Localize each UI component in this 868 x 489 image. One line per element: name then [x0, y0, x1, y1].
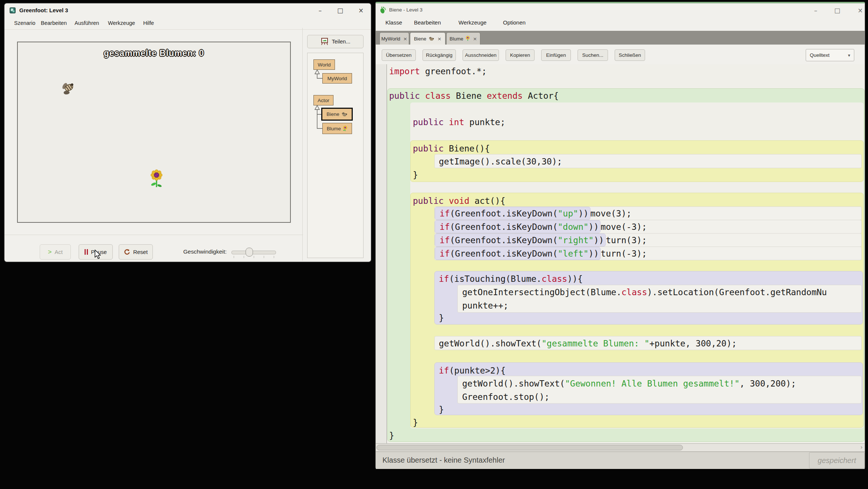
tab-close-icon[interactable]: × [472, 36, 477, 42]
menu-klasse[interactable]: Klasse [385, 19, 402, 26]
class-box-biene[interactable]: Biene [321, 108, 353, 121]
class-box-myworld[interactable]: MyWorld [322, 73, 352, 84]
class-label: World [318, 62, 331, 68]
tab-label: Biene [414, 36, 426, 42]
class-box-actor[interactable]: Actor [313, 95, 333, 105]
editor-statusbar: Klasse übersetzt - keine Syntaxfehler ge… [376, 451, 865, 469]
code-line[interactable]: } [413, 415, 418, 429]
code-line[interactable]: getImage().scale(30,30); [439, 154, 562, 168]
code-line[interactable]: if(Greenfoot.isKeyDown("left"))turn(-3); [434, 247, 862, 260]
window-title: Biene - Level 3 [389, 7, 423, 13]
tab-close-icon[interactable]: × [402, 36, 407, 42]
inheritance-arrows [308, 53, 364, 258]
act-chevron-icon: > [48, 248, 52, 256]
speed-slider-handle[interactable] [246, 248, 253, 257]
menu-ausfuehren[interactable]: Ausführen [75, 20, 99, 26]
code-line[interactable]: } [413, 168, 418, 182]
code-line[interactable]: } [389, 428, 394, 442]
reset-button[interactable]: Reset [119, 244, 153, 260]
menu-bearbeiten[interactable]: Bearbeiten [41, 20, 67, 26]
compile-button[interactable]: Übersetzen [382, 49, 416, 61]
editor-gutter [376, 64, 387, 443]
close-icon[interactable]: × [855, 6, 865, 15]
code-line[interactable]: if(isTouching(Blume.class)){ [439, 272, 583, 286]
share-button[interactable]: Teilen... [307, 35, 364, 48]
tab-biene[interactable]: Biene × [410, 32, 445, 45]
minimize-icon[interactable]: – [811, 6, 821, 15]
code-line[interactable]: public Biene(){ [413, 141, 490, 155]
slider-tick [244, 256, 244, 258]
greenfoot-logo-icon [379, 6, 386, 14]
code-line[interactable]: public int punkte; [413, 115, 505, 129]
menu-optionen[interactable]: Optionen [503, 19, 526, 26]
class-label: Blume [327, 126, 341, 131]
code-editor[interactable]: import greenfoot.*; public class Biene e… [376, 64, 865, 443]
minimize-icon[interactable]: – [315, 6, 325, 15]
menu-hilfe[interactable]: Hilfe [143, 20, 154, 26]
code-line[interactable]: getWorld().showText("Gewonnen! Alle Blum… [462, 376, 796, 390]
close-button[interactable]: Schließen [615, 49, 645, 61]
copy-button[interactable]: Kopieren [506, 49, 535, 61]
desktop: Greenfoot: Level 3 – □ × Szenario Bearbe… [0, 0, 868, 489]
world-canvas[interactable]: gesammelte Blumen: 0 [17, 42, 291, 223]
act-button[interactable]: > Act [40, 244, 71, 260]
class-label: MyWorld [327, 76, 347, 81]
speed-label: Geschwindigkeit: [183, 248, 227, 255]
code-line[interactable]: public class Biene extends Actor{ [389, 89, 559, 102]
code-line[interactable]: import greenfoot.*; [389, 64, 487, 78]
class-box-world[interactable]: World [313, 59, 335, 70]
share-label: Teilen... [332, 39, 351, 45]
slider-tick [274, 256, 274, 258]
compile-status-text: Klasse übersetzt - keine Syntaxfehler [382, 456, 505, 464]
flower-sprite[interactable] [150, 169, 163, 190]
mouse-cursor [94, 250, 102, 260]
code-line[interactable]: if(punkte>2){ [439, 364, 506, 377]
code-line[interactable]: getOneIntersectingObject(Blume.class).se… [462, 285, 827, 299]
menu-werkzeuge[interactable]: Werkzeuge [458, 19, 487, 26]
scroll-right-icon[interactable]: › [861, 444, 862, 450]
speed-slider-track[interactable] [231, 251, 276, 254]
code-line[interactable]: getWorld().showText("gesammelte Blumen: … [439, 336, 737, 350]
window-title: Greenfoot: Level 3 [19, 7, 68, 13]
scrollbar-thumb[interactable] [377, 445, 683, 450]
code-line[interactable]: public void act(){ [413, 194, 505, 208]
execution-controls: > Act Pause Reset Geschwindigkeit: [4, 235, 303, 264]
code-line[interactable]: if(Greenfoot.isKeyDown("right"))turn(3); [434, 233, 862, 247]
reset-label: Reset [133, 249, 148, 255]
tab-blume[interactable]: Blume × [446, 32, 480, 45]
left-menubar: Szenario Bearbeiten Ausführen Werkzeuge … [4, 17, 371, 30]
search-button[interactable]: Suchen... [578, 49, 608, 61]
view-selector-value: Quelltext [810, 52, 829, 58]
code-line[interactable]: if(Greenfoot.isKeyDown("down"))move(-3); [434, 220, 862, 234]
tab-myworld[interactable]: MyWorld × [379, 32, 409, 45]
code-line[interactable]: } [439, 311, 444, 325]
save-state-text: gespeichert [818, 456, 856, 465]
menu-szenario[interactable]: Szenario [14, 20, 35, 26]
class-label: Actor [318, 98, 329, 103]
editor-window: Biene - Level 3 – □ × Klasse Bearbeiten … [375, 2, 865, 468]
cut-button[interactable]: Ausschneiden [463, 49, 499, 61]
world-score-text: gesammelte Blumen: 0 [18, 48, 290, 58]
slider-tick [254, 256, 254, 258]
close-icon[interactable]: × [356, 6, 366, 15]
code-line[interactable]: if(Greenfoot.isKeyDown("up"))move(3); [434, 206, 862, 220]
bee-sprite[interactable] [60, 80, 78, 97]
menu-bearbeiten[interactable]: Bearbeiten [414, 19, 441, 26]
pause-icon [85, 249, 88, 255]
paste-button[interactable]: Einfügen [541, 49, 571, 61]
class-box-blume[interactable]: Blume [322, 123, 352, 134]
horizontal-scrollbar[interactable]: › [376, 443, 865, 451]
reset-icon [124, 249, 130, 255]
chevron-down-icon: ▾ [848, 53, 850, 58]
share-easel-icon [320, 38, 329, 46]
code-line[interactable]: } [439, 402, 444, 416]
undo-button[interactable]: Rückgängig [423, 49, 456, 61]
code-line[interactable]: Greenfoot.stop(); [462, 390, 549, 404]
code-line[interactable]: punkte++; [462, 299, 509, 312]
view-selector-dropdown[interactable]: Quelltext ▾ [806, 49, 854, 61]
maximize-icon[interactable]: □ [832, 6, 842, 15]
editor-tabstrip: MyWorld × Biene × Blume [376, 31, 865, 45]
menu-werkzeuge[interactable]: Werkzeuge [108, 20, 135, 26]
tab-close-icon[interactable]: × [437, 36, 441, 42]
maximize-icon[interactable]: □ [335, 6, 345, 15]
